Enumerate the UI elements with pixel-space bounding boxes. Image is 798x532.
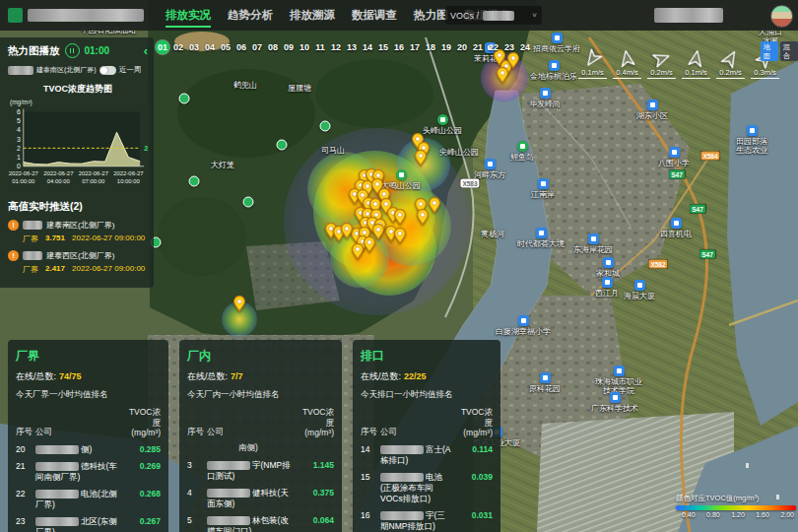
station-company-redacted bbox=[8, 66, 33, 75]
table-row[interactable]: 16宇(三期NMP排放口)0.031 bbox=[361, 506, 493, 532]
svg-text:2022-06-27: 2022-06-27 bbox=[9, 170, 38, 176]
nav-item-热力图[interactable]: 热力图 bbox=[414, 0, 448, 31]
voc-type-dropdown[interactable]: VOCs / ˅ bbox=[445, 6, 542, 25]
timeline-hour-17[interactable]: 17 bbox=[408, 40, 422, 54]
table-row[interactable]: 5林包装(改膜车间门口)0.064 bbox=[187, 511, 334, 532]
wind-indicator-1: 0.1m/s bbox=[575, 49, 610, 79]
warning-icon: ! bbox=[8, 250, 19, 261]
collapse-panel-arrow[interactable]: ‹ bbox=[144, 45, 148, 57]
online-value: 22/25 bbox=[404, 371, 427, 381]
table-row[interactable]: 20侧)0.285 bbox=[16, 440, 161, 457]
svg-text:3: 3 bbox=[17, 136, 21, 143]
nav-item-数据调查[interactable]: 数据调查 bbox=[352, 0, 397, 31]
partial-row-text: 南侧) bbox=[238, 442, 334, 454]
timeline-hour-08[interactable]: 08 bbox=[266, 40, 280, 54]
table-row[interactable]: 22电池(北侧厂界)0.268 bbox=[16, 485, 161, 512]
row-num: 20 bbox=[16, 444, 35, 454]
panel-title: 厂界 bbox=[16, 348, 161, 365]
avatar[interactable] bbox=[770, 5, 793, 28]
timeline-hour-11[interactable]: 11 bbox=[313, 40, 327, 54]
svg-text:2022-06-27: 2022-06-27 bbox=[79, 170, 108, 176]
panel-paikou: 排口在线/总数:22/25今天排口一小时均值排名序号公司TVOC浓度(mg/m³… bbox=[353, 340, 500, 532]
timeline-hour-21[interactable]: 21 bbox=[471, 40, 485, 54]
playback-title: 热力图播放 bbox=[8, 44, 60, 58]
timeline-hour-20[interactable]: 20 bbox=[455, 40, 469, 54]
table-row[interactable]: 14富士(A栋排口)0.114 bbox=[361, 440, 493, 468]
voc-value-redacted bbox=[483, 11, 514, 21]
chevron-down-icon: ˅ bbox=[532, 11, 537, 20]
svg-text:10:00:00: 10:00:00 bbox=[117, 178, 141, 184]
nav-item-排放实况[interactable]: 排放实况 bbox=[166, 0, 211, 31]
svg-text:5: 5 bbox=[17, 117, 21, 124]
push-item-2[interactable]: !建泰西区(北侧厂界)厂界2.4172022-06-27 09:00:00 bbox=[8, 250, 148, 275]
timeline-hour-03[interactable]: 03 bbox=[187, 40, 201, 54]
last-week-toggle[interactable] bbox=[100, 66, 116, 75]
svg-text:07:00:00: 07:00:00 bbox=[82, 178, 105, 184]
table-row[interactable]: 21德科技(车间南侧厂界)0.269 bbox=[16, 457, 161, 485]
table-row[interactable]: 3宇(NMP排口测试)1.145 bbox=[187, 456, 334, 484]
table-row[interactable]: 23北区(东侧厂界)0.267 bbox=[16, 512, 161, 532]
svg-text:2022-06-27: 2022-06-27 bbox=[113, 170, 143, 176]
row-company: 富士(A栋排口) bbox=[380, 444, 453, 466]
timeline-hour-02[interactable]: 02 bbox=[171, 40, 185, 54]
timeline-hour-13[interactable]: 13 bbox=[345, 40, 359, 54]
timeline-hour-19[interactable]: 19 bbox=[439, 40, 453, 54]
legend-ticks: 0.400.801.201.602.00 bbox=[676, 510, 796, 518]
row-value: 0.064 bbox=[295, 515, 334, 525]
col-company: 公司 bbox=[207, 427, 295, 438]
wind-indicator-2: 0.4m/s bbox=[610, 49, 644, 79]
row-value: 0.031 bbox=[453, 510, 493, 520]
svg-text:1: 1 bbox=[17, 154, 21, 161]
row-company: 侧) bbox=[35, 444, 121, 455]
row-value: 0.267 bbox=[121, 516, 161, 526]
panel-changjie: 厂界在线/总数:74/75今天厂界一小时均值排名序号公司TVOC浓度(mg/m³… bbox=[8, 340, 168, 532]
col-num: 序号 bbox=[16, 427, 35, 438]
redacted-company bbox=[207, 489, 250, 498]
pause-button[interactable] bbox=[65, 43, 80, 58]
row-num: 5 bbox=[187, 515, 207, 525]
svg-text:2: 2 bbox=[144, 144, 148, 153]
row-value: 0.269 bbox=[121, 461, 161, 471]
timeline-hour-24[interactable]: 24 bbox=[518, 40, 532, 54]
timeline-hour-10[interactable]: 10 bbox=[298, 40, 311, 54]
timeline-hour-16[interactable]: 16 bbox=[392, 40, 406, 54]
row-company: 电池(北侧厂界) bbox=[35, 489, 121, 510]
nav-item-趋势分析[interactable]: 趋势分析 bbox=[228, 0, 273, 31]
timeline-hour-22[interactable]: 22 bbox=[487, 40, 500, 54]
timeline-hour-15[interactable]: 15 bbox=[376, 40, 390, 54]
push-item-1[interactable]: !建泰南区(北侧厂界)厂界3.7512022-06-27 09:00:00 bbox=[8, 220, 148, 244]
timeline-hour-12[interactable]: 12 bbox=[329, 40, 343, 54]
map-type-混合[interactable]: 混合 bbox=[780, 41, 798, 61]
wind-speed: 0.4m/s bbox=[613, 68, 641, 79]
redacted-company bbox=[35, 462, 79, 471]
row-num: 21 bbox=[16, 461, 35, 471]
svg-text:6: 6 bbox=[17, 108, 21, 115]
redacted-company bbox=[35, 517, 79, 526]
chart-unit-label: (mg/m³) bbox=[10, 99, 148, 105]
last-week-label: 近一周 bbox=[119, 65, 142, 75]
timeline-hour-23[interactable]: 23 bbox=[502, 40, 516, 54]
map-type-地图[interactable]: 地图 bbox=[761, 41, 778, 61]
brand-logo-icon bbox=[8, 8, 23, 23]
row-company: 德科技(车间南侧厂界) bbox=[35, 461, 121, 483]
timeline-hour-04[interactable]: 04 bbox=[203, 40, 217, 54]
timeline-hour-06[interactable]: 06 bbox=[234, 40, 248, 54]
timeline-hour-09[interactable]: 09 bbox=[282, 40, 296, 54]
nav-item-排放溯源[interactable]: 排放溯源 bbox=[290, 0, 335, 31]
push-list: !建泰南区(北侧厂界)厂界3.7512022-06-27 09:00:00!建泰… bbox=[8, 220, 148, 275]
row-value: 0.114 bbox=[453, 444, 493, 454]
timeline-hour-01[interactable]: 01 bbox=[156, 40, 169, 54]
timeline-hour-05[interactable]: 05 bbox=[219, 40, 233, 54]
timeline-hour-18[interactable]: 18 bbox=[424, 40, 437, 54]
legend-tick: 1.60 bbox=[756, 511, 769, 518]
timeline-hour-14[interactable]: 14 bbox=[361, 40, 374, 54]
table-row[interactable]: 15电池(正极涂布车间VOCs排放口)0.039 bbox=[361, 468, 493, 506]
legend-tick: 0.80 bbox=[706, 511, 720, 518]
timeline-hour-07[interactable]: 07 bbox=[250, 40, 264, 54]
table-row[interactable]: 4健科技(天面东侧)0.375 bbox=[187, 484, 334, 511]
col-company: 公司 bbox=[35, 427, 121, 438]
push-time: 2022-06-27 09:00:00 bbox=[72, 264, 145, 275]
rank-title: 今天排口一小时均值排名 bbox=[361, 389, 493, 401]
row-num: 4 bbox=[187, 488, 207, 498]
map-type-switch: 地图混合 bbox=[761, 41, 798, 61]
